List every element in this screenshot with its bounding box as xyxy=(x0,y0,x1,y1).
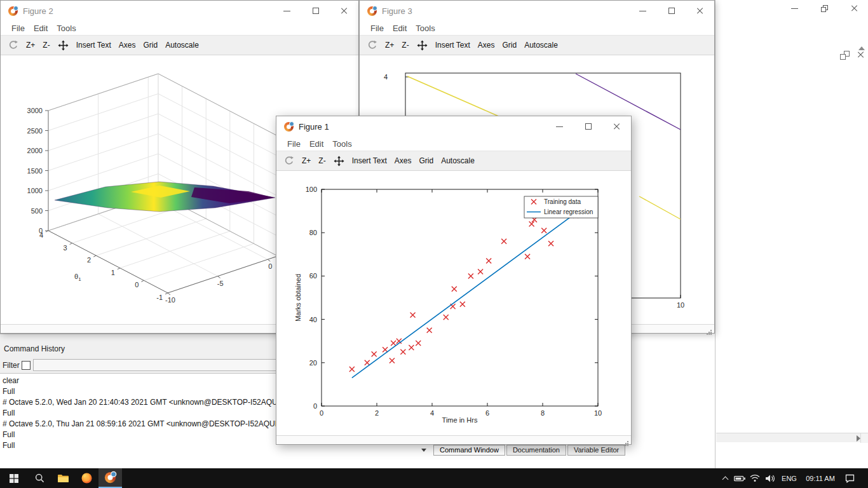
toolbar-axes-button[interactable]: Axes xyxy=(478,41,495,50)
octave-taskbar-button[interactable] xyxy=(98,468,122,488)
toolbar-z--button[interactable]: Z- xyxy=(43,41,50,50)
toolbar-insert-text-button[interactable]: Insert Text xyxy=(76,41,111,50)
menu-tools[interactable]: Tools xyxy=(411,24,439,33)
scroll-up-arrow-icon[interactable] xyxy=(858,36,865,47)
menu-tools[interactable]: Tools xyxy=(52,24,80,33)
maximize-icon xyxy=(668,8,675,14)
toolbar-insert-text-button[interactable]: Insert Text xyxy=(435,41,470,50)
figure2-title: Figure 2 xyxy=(23,6,53,16)
toolbar-autoscale-button[interactable]: Autoscale xyxy=(524,41,558,50)
rotate-icon xyxy=(8,40,18,50)
toolbar-autoscale-button[interactable]: Autoscale xyxy=(441,156,475,165)
svg-text:0: 0 xyxy=(135,281,139,288)
toolbar-grid-button[interactable]: Grid xyxy=(503,41,517,50)
chevron-down-icon[interactable] xyxy=(418,445,430,455)
volume-tray-icon[interactable] xyxy=(763,468,778,488)
search-button[interactable] xyxy=(28,468,51,488)
filter-checkbox[interactable] xyxy=(22,361,31,370)
scatter-plot-canvas[interactable]: 0246810020406080100Time in HrsMarks obta… xyxy=(276,171,631,437)
toolbar-grid-button[interactable]: Grid xyxy=(419,156,434,165)
octave-logo-icon xyxy=(367,6,377,16)
pan-icon-button[interactable] xyxy=(58,40,69,51)
resize-grip[interactable] xyxy=(710,330,712,331)
close-icon xyxy=(850,4,858,12)
language-indicator[interactable]: ENG xyxy=(778,468,801,488)
speaker-icon xyxy=(765,474,775,483)
main-close-button[interactable] xyxy=(844,0,864,17)
maximize-button[interactable] xyxy=(301,1,330,21)
maximize-button[interactable] xyxy=(657,1,686,21)
svg-text:20: 20 xyxy=(309,359,317,367)
close-button[interactable] xyxy=(686,1,714,21)
figure3-toolbar: Z+Z-Insert TextAxesGridAutoscale xyxy=(360,35,714,55)
toolbar-insert-text-button[interactable]: Insert Text xyxy=(352,156,387,165)
svg-text:500: 500 xyxy=(31,207,43,215)
minimize-button[interactable] xyxy=(628,1,657,21)
figure1-window: Figure 1 FileEditTools Z+Z-Insert TextAx… xyxy=(276,116,632,445)
minimize-button[interactable] xyxy=(545,116,574,137)
toolbar-z--button[interactable]: Z- xyxy=(318,156,325,165)
toolbar-grid-button[interactable]: Grid xyxy=(144,41,158,50)
figure2-titlebar[interactable]: Figure 2 xyxy=(1,1,358,21)
start-button[interactable] xyxy=(0,468,28,488)
rotate-icon-button[interactable] xyxy=(367,40,377,50)
pan-icon-button[interactable] xyxy=(334,156,344,166)
svg-text:0: 0 xyxy=(313,402,317,410)
figure3-title: Figure 3 xyxy=(382,6,412,16)
rotate-icon-button[interactable] xyxy=(284,156,294,166)
svg-text:80: 80 xyxy=(309,229,317,236)
resize-grip[interactable] xyxy=(627,441,628,442)
rotate-icon-button[interactable] xyxy=(8,40,18,50)
svg-text:4: 4 xyxy=(39,231,43,239)
toolbar-axes-button[interactable]: Axes xyxy=(395,156,412,165)
menu-edit[interactable]: Edit xyxy=(388,24,411,33)
close-icon xyxy=(696,7,704,15)
svg-text:-10: -10 xyxy=(165,296,175,304)
figure1-titlebar[interactable]: Figure 1 xyxy=(276,116,631,137)
menu-file[interactable]: File xyxy=(366,24,388,33)
menu-tools[interactable]: Tools xyxy=(328,139,356,149)
battery-tray-icon[interactable] xyxy=(732,468,747,488)
menu-file[interactable]: File xyxy=(7,24,29,33)
main-restore-button[interactable] xyxy=(815,0,834,17)
svg-text:60: 60 xyxy=(309,272,317,280)
panel-splitter[interactable] xyxy=(715,0,715,468)
toolbar-z+-button[interactable]: Z+ xyxy=(385,41,394,50)
notification-icon xyxy=(845,474,855,483)
figure3-titlebar[interactable]: Figure 3 xyxy=(360,1,714,21)
pan-icon-button[interactable] xyxy=(417,40,428,51)
undock-panel-button[interactable] xyxy=(840,51,850,60)
tab-variable-editor[interactable]: Variable Editor xyxy=(567,445,625,456)
toolbar-z+-button[interactable]: Z+ xyxy=(26,41,35,50)
minimize-button[interactable] xyxy=(273,1,301,21)
toolbar-autoscale-button[interactable]: Autoscale xyxy=(165,41,199,50)
windows-logo-icon xyxy=(10,474,18,483)
menu-edit[interactable]: Edit xyxy=(305,139,328,149)
horizontal-scrollbar[interactable] xyxy=(716,433,868,442)
action-center-button[interactable] xyxy=(840,468,859,488)
menu-file[interactable]: File xyxy=(283,139,305,149)
minimize-icon xyxy=(639,11,646,11)
toolbar-z--button[interactable]: Z- xyxy=(402,41,409,50)
figure1-menubar: FileEditTools xyxy=(276,137,631,151)
network-tray-icon[interactable] xyxy=(747,468,763,488)
svg-text:2000: 2000 xyxy=(27,147,43,154)
octave-logo-icon xyxy=(105,472,116,483)
firefox-button[interactable] xyxy=(75,468,98,488)
figure2-toolbar: Z+Z-Insert TextAxesGridAutoscale xyxy=(1,35,358,55)
maximize-button[interactable] xyxy=(574,116,602,137)
close-button[interactable] xyxy=(330,1,358,21)
tab-documentation[interactable]: Documentation xyxy=(506,445,566,456)
main-minimize-button[interactable] xyxy=(785,0,804,17)
svg-text:θ1: θ1 xyxy=(74,273,81,282)
tab-command-window[interactable]: Command Window xyxy=(433,445,505,456)
figure1-statusbar xyxy=(276,435,631,444)
show-hidden-icons-button[interactable] xyxy=(718,468,732,488)
toolbar-z+-button[interactable]: Z+ xyxy=(302,156,311,165)
clock[interactable]: 09:11 AM xyxy=(801,468,840,488)
close-button[interactable] xyxy=(602,116,631,137)
file-explorer-button[interactable] xyxy=(51,468,75,488)
toolbar-axes-button[interactable]: Axes xyxy=(119,41,136,50)
menu-edit[interactable]: Edit xyxy=(29,24,52,33)
svg-text:Time in Hrs: Time in Hrs xyxy=(442,416,478,424)
